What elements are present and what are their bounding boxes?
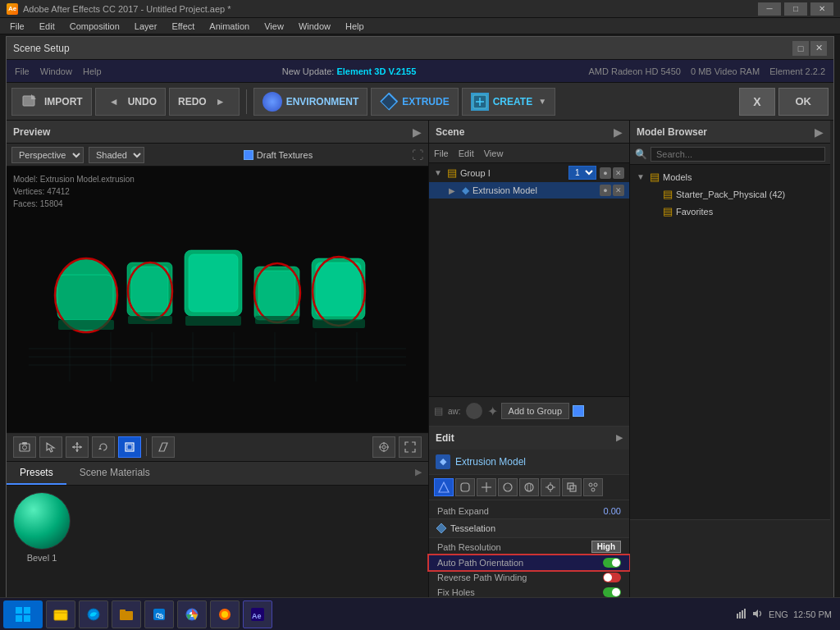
element-file-menu[interactable]: File (15, 66, 30, 76)
element-help-menu[interactable]: Help (83, 66, 102, 76)
fix-holes-toggle[interactable] (603, 587, 621, 597)
edit-tab-bevel[interactable] (455, 478, 475, 496)
path-expand-value[interactable]: 0.00 (580, 506, 621, 516)
group-vis-btn[interactable]: ● (600, 167, 611, 179)
taskbar-file-manager[interactable] (46, 600, 75, 628)
mb-row-models[interactable]: ▼ ▤ Models (633, 168, 827, 185)
perspective-select[interactable]: Perspective (11, 147, 84, 163)
ok-button[interactable]: OK (778, 88, 829, 116)
edit-tab-env[interactable] (519, 478, 539, 496)
redo-button[interactable]: REDO ► (169, 88, 240, 116)
extrusion-close-btn[interactable]: ✕ (613, 185, 624, 196)
move-tool-button[interactable] (66, 436, 89, 458)
target-button[interactable] (372, 436, 395, 458)
taskbar-store[interactable]: 🛍 (144, 600, 174, 628)
start-button[interactable] (3, 600, 43, 628)
tesselation-section-label: Tesselation (450, 523, 495, 533)
tree-row-group[interactable]: ▼ ▤ Group I 1 ● ✕ (429, 163, 629, 182)
reverse-path-toggle[interactable] (603, 573, 621, 582)
scale-tool-button[interactable] (118, 436, 141, 458)
group-close-btn[interactable]: ✕ (613, 167, 624, 179)
models-toggle[interactable]: ▼ (637, 172, 646, 181)
path-resolution-value[interactable]: High (591, 541, 621, 553)
edit-tab-options[interactable] (541, 478, 560, 496)
scene-settings-icon[interactable]: ✦ (487, 404, 498, 419)
mb-row-starter-pack[interactable]: ▤ Starter_Pack_Physical (42) (633, 185, 827, 203)
extrusion-toggle[interactable]: ▶ (449, 186, 459, 195)
preset-item-bevel1[interactable]: Bevel 1 (13, 492, 71, 611)
shading-select[interactable]: Shaded (89, 147, 144, 163)
3d-model-svg (29, 217, 406, 381)
scene-menu-edit[interactable]: Edit (459, 148, 474, 158)
scene-menu-view[interactable]: View (484, 148, 504, 158)
extrusion-vis-btn[interactable]: ● (600, 185, 611, 196)
viewport-fullscreen-icon[interactable]: ⛶ (412, 148, 423, 162)
fullscreen-button[interactable] (399, 436, 422, 458)
viewport-toolbar-separator (146, 438, 147, 456)
select-tool-button[interactable] (39, 436, 62, 458)
bottom-panel-expand[interactable]: ▶ (409, 462, 428, 485)
scene-setup-maximize[interactable]: □ (792, 41, 809, 56)
scene-circle-btn[interactable] (466, 403, 482, 419)
move-icon (71, 441, 83, 453)
model-browser-title: Model Browser (637, 126, 707, 138)
close-button[interactable]: ✕ (810, 2, 833, 16)
element-window-menu[interactable]: Window (40, 66, 72, 76)
taskbar-firefox[interactable] (210, 600, 240, 628)
taskbar-explorer[interactable] (112, 600, 141, 628)
environment-button[interactable]: ENVIRONMENT (253, 88, 368, 116)
undo-button[interactable]: ◄ UNDO (95, 88, 166, 116)
shear-tool-button[interactable] (152, 436, 175, 458)
rotate-tool-button[interactable] (92, 436, 115, 458)
scene-new-icon[interactable]: ▤ (434, 405, 443, 417)
draft-textures-checkbox[interactable] (244, 150, 253, 160)
viewport[interactable]: Model: Extrusion Model.extrusion Vertice… (7, 167, 428, 432)
search-input[interactable] (651, 147, 825, 162)
auto-path-orientation-toggle[interactable] (603, 558, 621, 568)
preview-expand-icon[interactable]: ▶ (413, 126, 422, 139)
edit-expand-icon[interactable]: ▶ (616, 432, 623, 443)
edit-tab-material[interactable] (498, 478, 518, 496)
menu-window[interactable]: Window (292, 20, 337, 33)
edit-tab-clone[interactable] (562, 478, 582, 496)
firefox-icon (217, 607, 232, 622)
scene-expand-icon[interactable]: ▶ (614, 126, 623, 139)
menu-layer[interactable]: Layer (128, 20, 164, 33)
import-button[interactable]: IMPORT (11, 88, 92, 116)
extrude-button[interactable]: EXTRUDE (371, 88, 458, 116)
group-toggle[interactable]: ▼ (434, 168, 444, 177)
menu-composition[interactable]: Composition (63, 20, 126, 33)
import-icon (21, 92, 40, 112)
add-to-group-checkbox[interactable] (573, 405, 584, 417)
scene-setup-window: Scene Setup □ ✕ File Window Help New Upd… (6, 36, 834, 619)
app-title-bar: Ae Adobe After Effects CC 2017 - Untitle… (0, 0, 840, 18)
edit-tab-position[interactable] (477, 478, 496, 496)
auto-path-toggle-knob (612, 559, 620, 567)
scene-menu-file[interactable]: File (434, 148, 449, 158)
group-number-select[interactable]: 1 (568, 166, 596, 180)
x-button[interactable]: X (739, 88, 774, 116)
scene-materials-tab[interactable]: Scene Materials (66, 462, 163, 485)
minimize-button[interactable]: ─ (758, 2, 781, 16)
model-browser-expand-icon[interactable]: ▶ (815, 126, 824, 139)
menu-help[interactable]: Help (339, 20, 371, 33)
edit-tab-geometry[interactable] (434, 478, 454, 496)
camera-tool-button[interactable] (13, 436, 36, 458)
menu-effect[interactable]: Effect (165, 20, 201, 33)
add-to-group-button[interactable]: Add to Group (501, 403, 569, 419)
menu-file[interactable]: File (3, 20, 31, 33)
svg-point-72 (591, 488, 595, 491)
menu-edit[interactable]: Edit (33, 20, 62, 33)
menu-view[interactable]: View (258, 20, 290, 33)
presets-tab[interactable]: Presets (7, 462, 66, 485)
tree-row-extrusion[interactable]: ▶ ◆ Extrusion Model ● ✕ (429, 182, 629, 199)
taskbar-chrome[interactable] (177, 600, 207, 628)
mb-row-favorites[interactable]: ▤ Favorites (633, 203, 827, 220)
menu-animation[interactable]: Animation (203, 20, 256, 33)
taskbar-edge[interactable] (79, 600, 108, 628)
scene-setup-close[interactable]: ✕ (810, 41, 827, 56)
create-button[interactable]: CREATE ▼ (462, 88, 555, 116)
maximize-button[interactable]: □ (784, 2, 807, 16)
edit-tab-particle[interactable] (583, 478, 603, 496)
taskbar-ae[interactable]: Ae (243, 600, 272, 628)
